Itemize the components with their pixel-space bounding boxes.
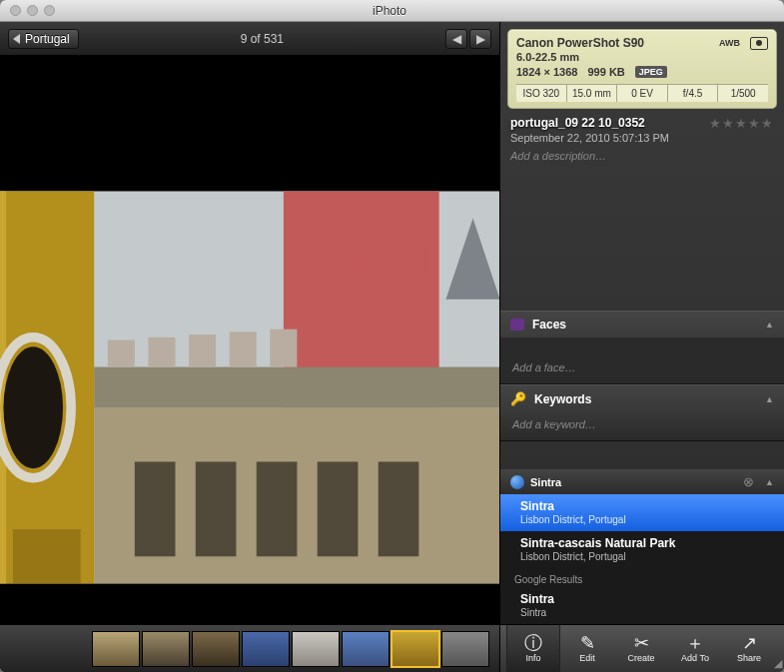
location-suggestion[interactable]: Sintra Lisbon District, Portugal [500,494,784,531]
photo-viewport[interactable] [0,56,499,624]
svg-rect-7 [108,340,135,367]
exif-iso: ISO 320 [516,85,567,102]
collapse-icon[interactable]: ▲ [765,394,774,404]
globe-icon [510,475,524,489]
viewer-header: Portugal 9 of 531 ◀ ▶ [0,22,499,56]
rating-stars[interactable]: ★★★★★ [709,116,774,131]
location-section: Sintra ⊗ ▲ Sintra Lisbon District, Portu… [500,469,784,624]
resize-grip-icon[interactable]: ◢ [774,657,782,670]
key-icon: 🔑 [510,391,526,406]
photo-index-label: 9 of 531 [79,32,445,46]
exif-focal: 15.0 mm [567,85,618,102]
thumbnail[interactable] [242,631,290,667]
app-title: iPhoto [35,4,744,18]
metering-icon [750,37,768,50]
svg-rect-13 [333,246,357,273]
keywords-section: 🔑 Keywords ▲ Add a keyword… [500,384,784,441]
suggestion-title: Sintra [520,592,554,606]
clear-location-button[interactable]: ⊗ [740,474,757,489]
tool-label: Info [525,653,540,663]
thumbnail[interactable] [142,631,190,667]
svg-rect-15 [402,246,426,273]
location-header: Sintra ⊗ ▲ [500,469,784,494]
thumbnail[interactable] [92,631,140,667]
create-tool-button[interactable]: ✂ Create [614,625,668,672]
svg-point-22 [3,346,63,468]
suggestion-title: Sintra [520,499,554,513]
suggestion-sub: Lisbon District, Portugal [520,514,770,525]
faces-icon [510,319,524,331]
exif-pills: ISO 320 15.0 mm 0 EV f/4.5 1/500 [516,84,768,102]
exif-aperture: f/4.5 [668,85,719,102]
location-suggestion[interactable]: Sintra-cascais Natural Park Lisbon Distr… [500,531,784,568]
viewer-pane: Portugal 9 of 531 ◀ ▶ [0,22,499,672]
exif-filesize: 999 KB [587,66,624,78]
thumbnail-strip [0,624,499,672]
svg-rect-8 [148,337,175,367]
tool-label: Share [737,653,761,663]
svg-rect-20 [318,461,359,556]
exif-ev: 0 EV [617,85,668,102]
share-tool-button[interactable]: ↗ Share [722,625,776,672]
svg-rect-11 [270,330,297,367]
faces-section: Faces ▲ Add a face… [500,311,784,384]
svg-rect-9 [189,335,216,367]
exif-camera: Canon PowerShot S90 [516,36,709,50]
thumbnail[interactable] [342,631,390,667]
thumbnail-selected[interactable] [392,631,439,667]
suggestion-title: Sintra-cascais Natural Park [520,536,675,550]
share-icon: ↗ [742,634,757,652]
google-results-label: Google Results [500,568,784,587]
info-panel: Canon PowerShot S90 AWB 6.0-22.5 mm 1824… [499,22,784,672]
awb-badge: AWB [719,38,740,48]
next-photo-button[interactable]: ▶ [469,29,491,49]
tool-label: Add To [681,653,709,663]
exif-format-badge: JPEG [635,66,667,78]
exif-shutter: 1/500 [718,85,768,102]
exif-lens: 6.0-22.5 mm [516,51,768,63]
tool-label: Create [627,653,654,663]
thumbnail[interactable] [192,631,240,667]
faces-header[interactable]: Faces ▲ [500,312,784,337]
tool-label: Edit [579,653,595,663]
svg-rect-21 [379,461,419,556]
svg-rect-12 [297,246,321,273]
bottom-toolbar: ⓘ Info ✎ Edit ✂ Create ＋ Add To ↗ Shar [500,624,784,672]
photo-meta: ★★★★★ portugal_09 22 10_0352 September 2… [500,116,784,170]
svg-rect-14 [368,246,392,273]
edit-tool-button[interactable]: ✎ Edit [560,625,614,672]
svg-rect-6 [94,367,499,408]
svg-rect-18 [196,461,237,556]
location-suggestion[interactable]: Sintra Sintra [500,587,784,624]
info-icon: ⓘ [524,634,542,652]
description-placeholder[interactable]: Add a description… [510,150,774,162]
app-window: iPhoto Portugal 9 of 531 ◀ ▶ [0,0,784,672]
addto-tool-button[interactable]: ＋ Add To [668,625,722,672]
scissors-icon: ✂ [634,634,649,652]
prev-photo-button[interactable]: ◀ [445,29,467,49]
pencil-icon: ✎ [580,634,595,652]
location-dropdown: Sintra Lisbon District, Portugal Sintra-… [500,494,784,624]
collapse-icon[interactable]: ▲ [765,477,774,487]
suggestion-sub: Sintra [520,607,770,618]
svg-rect-25 [13,529,81,583]
collapse-icon[interactable]: ▲ [765,320,774,330]
suggestion-sub: Lisbon District, Portugal [520,551,770,562]
keywords-header[interactable]: 🔑 Keywords ▲ [500,385,784,412]
thumbnail[interactable] [292,631,340,667]
svg-rect-19 [257,461,298,556]
plus-icon: ＋ [686,634,704,652]
svg-rect-17 [135,461,176,556]
photo-date: September 22, 2010 5:07:13 PM [510,132,774,144]
info-tool-button[interactable]: ⓘ Info [506,625,560,672]
location-input[interactable]: Sintra [530,476,561,488]
faces-title: Faces [532,318,566,332]
faces-placeholder[interactable]: Add a face… [512,361,576,373]
exif-dimensions: 1824 × 1368 [516,66,577,78]
breadcrumb-back-button[interactable]: Portugal [8,29,79,49]
thumbnail[interactable] [441,631,489,667]
breadcrumb-label: Portugal [25,32,70,46]
keywords-title: Keywords [534,392,591,406]
exif-card: Canon PowerShot S90 AWB 6.0-22.5 mm 1824… [507,29,777,109]
keywords-placeholder[interactable]: Add a keyword… [512,418,596,430]
